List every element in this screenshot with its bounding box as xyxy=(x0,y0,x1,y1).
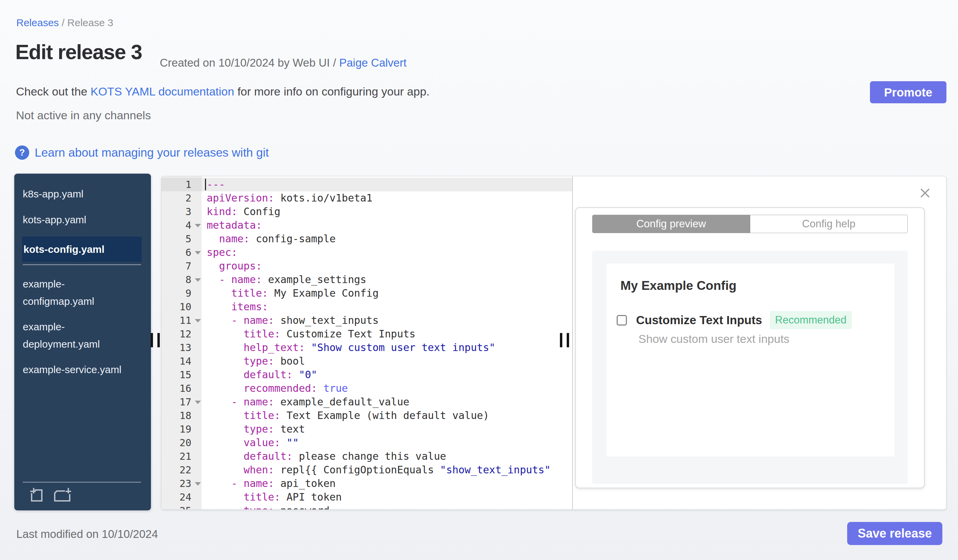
line-number: 8 xyxy=(162,273,201,286)
line-number: 10 xyxy=(162,300,201,314)
line-number: 18 xyxy=(162,409,201,422)
sidebar-bottom-divider xyxy=(23,482,141,482)
last-modified-text: Last modified on 10/10/2024 xyxy=(16,528,158,541)
sidebar-resize-handle[interactable] xyxy=(151,333,161,347)
line-number: 9 xyxy=(162,286,201,300)
code-line[interactable]: - name: example_default_value xyxy=(201,395,572,409)
code-line[interactable]: when: repl{{ ConfigOptionEquals "show_te… xyxy=(201,463,572,477)
docs-text-before: Check out the xyxy=(16,85,90,98)
line-number: 2 xyxy=(162,191,201,205)
close-icon[interactable] xyxy=(918,186,932,200)
code-line[interactable]: kind: Config xyxy=(201,205,572,218)
config-card: My Example Config Customize Text Inputs … xyxy=(606,263,895,457)
code-line[interactable]: title: Text Example (with default value) xyxy=(201,409,572,422)
breadcrumb-releases-link[interactable]: Releases xyxy=(16,17,59,28)
file-item[interactable]: example-deployment.yaml xyxy=(23,318,130,353)
fold-toggle-icon[interactable] xyxy=(195,278,201,282)
code-line[interactable]: title: API token xyxy=(201,490,572,504)
line-number: 13 xyxy=(162,341,201,354)
docs-text-after: for more info on configuring your app. xyxy=(234,85,430,98)
code-editor[interactable]: ---apiVersion: kots.io/v1beta1kind: Conf… xyxy=(201,176,572,509)
created-text: Created on 10/10/2024 by Web UI / xyxy=(160,56,339,69)
line-number: 12 xyxy=(162,327,201,341)
line-number: 14 xyxy=(162,354,201,368)
code-line[interactable]: type: text xyxy=(201,422,572,436)
release-workbench: 1234567891011121314151617181920212223242… xyxy=(161,176,947,510)
code-line[interactable]: metadata: xyxy=(201,218,572,232)
add-file-icon[interactable] xyxy=(29,487,45,503)
file-item[interactable]: k8s-app.yaml xyxy=(23,185,146,203)
code-line[interactable]: help_text: "Show custom user text inputs… xyxy=(201,341,572,354)
author-link[interactable]: Paige Calvert xyxy=(339,56,407,69)
line-number: 22 xyxy=(162,463,201,477)
code-line[interactable]: default: please change this value xyxy=(201,449,572,463)
line-number: 6 xyxy=(162,246,201,259)
config-item-label: Customize Text Inputs xyxy=(636,313,762,327)
fold-toggle-icon[interactable] xyxy=(195,319,201,323)
question-mark-icon: ? xyxy=(15,146,29,160)
config-bool-item: Customize Text Inputs Recommended xyxy=(617,311,852,329)
fold-toggle-icon[interactable] xyxy=(195,251,201,255)
code-line[interactable]: type: bool xyxy=(201,354,572,368)
gutter-rows: 1234567891011121314151617181920212223242… xyxy=(162,178,201,510)
line-number: 20 xyxy=(162,436,201,449)
code-line[interactable]: title: My Example Config xyxy=(201,286,572,300)
code-line[interactable]: - name: api_token xyxy=(201,477,572,490)
code-line[interactable]: value: "" xyxy=(201,436,572,449)
file-item[interactable]: example-configmap.yaml xyxy=(23,275,130,310)
code-line[interactable]: apiVersion: kots.io/v1beta1 xyxy=(201,191,572,205)
promote-button[interactable]: Promote xyxy=(870,81,947,103)
code-line[interactable]: type: password xyxy=(201,504,572,509)
line-number: 21 xyxy=(162,449,201,463)
line-number: 7 xyxy=(162,259,201,273)
breadcrumb-separator: / xyxy=(59,17,67,28)
code-line[interactable]: name: config-sample xyxy=(201,232,572,246)
line-number: 15 xyxy=(162,368,201,381)
config-group-title: My Example Config xyxy=(620,278,736,293)
line-number: 5 xyxy=(162,232,201,246)
docs-line: Check out the KOTS YAML documentation fo… xyxy=(16,85,430,98)
config-item-help-text: Show custom user text inputs xyxy=(638,332,789,346)
preview-resize-handle[interactable] xyxy=(560,333,570,347)
customize-text-inputs-checkbox[interactable] xyxy=(617,315,627,326)
breadcrumb-current: Release 3 xyxy=(67,17,113,28)
code-line[interactable]: spec: xyxy=(201,246,572,259)
file-tree-sidebar: k8s-app.yamlkots-app.yamlkots-config.yam… xyxy=(14,174,151,510)
code-line[interactable]: - name: show_text_inputs xyxy=(201,314,572,327)
channels-status: Not active in any channels xyxy=(16,109,151,122)
sidebar-divider xyxy=(23,264,141,265)
line-number: 17 xyxy=(162,395,201,409)
code-line[interactable]: - name: example_settings xyxy=(201,273,572,286)
git-link-label[interactable]: Learn about managing your releases with … xyxy=(35,146,269,159)
line-number: 11 xyxy=(162,314,201,327)
file-item[interactable]: example-service.yaml xyxy=(23,361,130,378)
code-line[interactable]: default: "0" xyxy=(201,368,572,381)
fold-toggle-icon[interactable] xyxy=(195,224,201,227)
code-line[interactable]: --- xyxy=(201,178,572,191)
file-item[interactable]: kots-app.yaml xyxy=(23,211,146,229)
code-line[interactable]: title: Customize Text Inputs xyxy=(201,327,572,341)
file-item[interactable]: kots-config.yaml xyxy=(22,237,142,262)
config-canvas: My Example Config Customize Text Inputs … xyxy=(592,251,908,484)
edit-release-page: Releases / Release 3 Edit release 3 Crea… xyxy=(0,0,958,560)
code-line[interactable]: groups: xyxy=(201,259,572,273)
tab-config-help[interactable]: Config help xyxy=(750,215,908,233)
editor-gutter: 1234567891011121314151617181920212223242… xyxy=(162,176,201,509)
add-folder-icon[interactable] xyxy=(53,487,72,503)
git-releases-link-row[interactable]: ? Learn about managing your releases wit… xyxy=(15,146,269,160)
save-release-button[interactable]: Save release xyxy=(847,522,942,545)
code-line[interactable]: items: xyxy=(201,300,572,314)
page-title: Edit release 3 xyxy=(15,40,142,64)
tab-config-preview[interactable]: Config preview xyxy=(592,215,750,233)
line-number: 3 xyxy=(162,205,201,218)
kots-docs-link[interactable]: KOTS YAML documentation xyxy=(90,85,234,98)
recommended-badge: Recommended xyxy=(770,311,852,329)
code-line[interactable]: recommended: true xyxy=(201,381,572,395)
config-preview-modal: Config previewConfig help My Example Con… xyxy=(575,207,925,488)
fold-toggle-icon[interactable] xyxy=(195,482,201,486)
fold-toggle-icon[interactable] xyxy=(195,401,201,404)
file-list-top: k8s-app.yamlkots-app.yamlkots-config.yam… xyxy=(23,185,146,262)
line-number: 25 xyxy=(162,504,201,510)
breadcrumb: Releases / Release 3 xyxy=(16,17,113,28)
line-number: 16 xyxy=(162,381,201,395)
